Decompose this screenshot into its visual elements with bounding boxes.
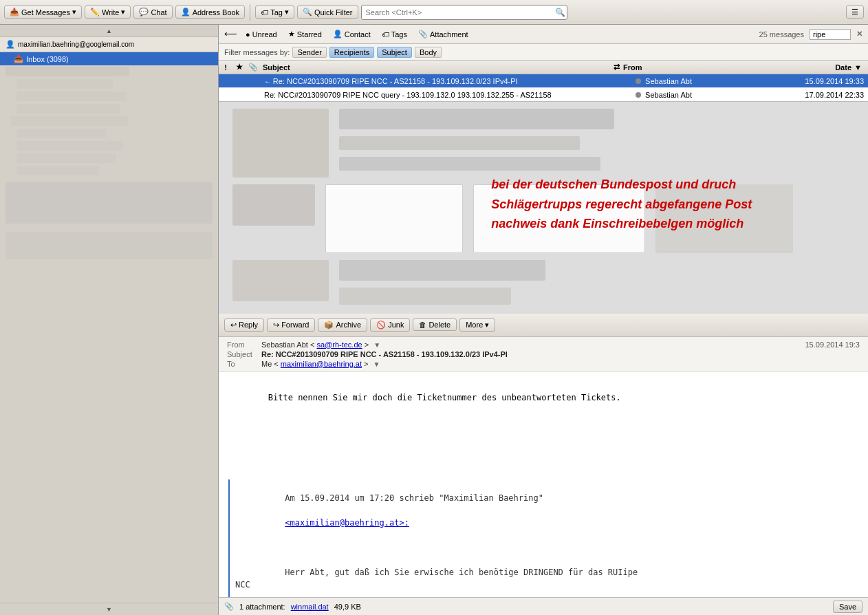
junk-button[interactable]: 🚫 Junk	[370, 319, 410, 332]
red-text-line2: Schlägertrupps regerecht abgefangene Pos…	[491, 195, 752, 215]
email-from-row: From Sebastian Abt < sa@rh-tec.de > ▼ 15…	[227, 340, 860, 349]
chat-button[interactable]: 💬 Chat	[133, 6, 172, 19]
sidebar-blur-9	[17, 166, 99, 175]
sidebar: ▲ 👤 maximilian.baehring@googlemail.com 📥…	[0, 25, 219, 615]
attachment-filesize: 49,9 KB	[334, 603, 361, 611]
col-mark: ★	[232, 63, 246, 72]
from-email-link[interactable]: sa@rh-tec.de	[316, 341, 362, 349]
sidebar-blur-7	[17, 141, 123, 151]
tags-icon: 🏷	[382, 30, 389, 39]
filter-by-sender-btn[interactable]: Sender	[292, 47, 326, 58]
sidebar-blur-3	[17, 91, 127, 101]
attachment-count: 1 attachment:	[239, 603, 285, 611]
sidebar-blur-5	[11, 116, 128, 126]
preview-pane: bei der deutschen Bundespost und druch S…	[219, 102, 868, 615]
tag-icon: 🏷	[261, 8, 268, 17]
sidebar-blur-6	[17, 129, 106, 138]
address-book-button[interactable]: 👤 Address Book	[175, 6, 245, 19]
col-flag: !	[219, 63, 232, 72]
write-icon: ✏️	[90, 8, 100, 17]
quick-filter-button[interactable]: 🔍 Quick Filter	[297, 6, 358, 19]
filter-back-icon[interactable]: ⟵	[224, 29, 237, 39]
sidebar-blur-1	[6, 67, 129, 76]
contact-icon: 👤	[333, 30, 343, 39]
from-expand-icon[interactable]: ▼	[373, 341, 380, 349]
sidebar-blur-2	[17, 79, 113, 89]
row-from-2: Sebastian Abt	[636, 91, 773, 99]
email-to-row: To Me < maximilian@baehring.at > ▼	[227, 359, 860, 369]
to-email-link[interactable]: maximilian@baehring.at	[281, 360, 362, 368]
col-subject-header[interactable]: Subject	[260, 63, 609, 72]
toolbar: 📥 Get Messages ▾ ✏️ Write ▾ 💬 Chat 👤 Add…	[0, 0, 868, 25]
email-body: Bitte nennen Sie mir doch die Ticketnumm…	[219, 372, 868, 598]
to-value: Me < maximilian@baehring.at > ▼	[261, 360, 380, 368]
write-dropdown-icon[interactable]: ▾	[121, 8, 125, 17]
blur-block-8	[339, 260, 545, 281]
email-date: 15.09.2014 19:3	[805, 341, 860, 349]
filter-by-subject-btn[interactable]: Subject	[377, 47, 412, 58]
content-area: ⟵ ● Unread ★ Starred 👤 Contact 🏷 Tags 📎 …	[219, 25, 868, 615]
tag-button[interactable]: 🏷 Tag ▾	[255, 6, 294, 19]
from-value: Sebastian Abt < sa@rh-tec.de > ▼	[261, 341, 380, 349]
more-button[interactable]: More ▾	[459, 319, 495, 332]
sidebar-blur-block-1	[6, 182, 213, 224]
sidebar-account[interactable]: 👤 maximilian.baehring@googlemail.com	[0, 37, 218, 52]
filter-starred-btn[interactable]: ★ Starred	[285, 29, 325, 39]
row-from-1: Sebastian Abt	[636, 77, 773, 85]
to-label: To	[227, 360, 261, 368]
attachment-filter-icon: 📎	[418, 30, 428, 39]
search-input[interactable]	[361, 5, 567, 20]
attachment-filename[interactable]: winmail.dat	[291, 603, 329, 611]
get-messages-button[interactable]: 📥 Get Messages ▾	[4, 6, 82, 19]
save-attachment-button[interactable]: Save	[833, 601, 862, 613]
search-box: 🔍	[361, 5, 841, 20]
col-from-header[interactable]: From	[623, 63, 761, 72]
sidebar-item-inbox[interactable]: 📥 Inbox (3098)	[0, 52, 218, 65]
filter-close-button[interactable]: ✕	[856, 30, 862, 39]
table-row[interactable]: Re: NCC#2013090709 RIPE NCC query - 193.…	[219, 88, 868, 102]
filter-by-body-btn[interactable]: Body	[415, 47, 442, 58]
col-sort-desc: ▼	[854, 63, 868, 72]
attachment-icon: 📎	[224, 602, 234, 611]
row-subject-2: Re: NCC#2013090709 RIPE NCC query - 193.…	[261, 91, 622, 99]
quote-email-link[interactable]: <maximilian@baehring.at>:	[285, 518, 409, 528]
row-avatar-1	[636, 78, 641, 84]
forward-button[interactable]: ↪ Forward	[267, 319, 315, 332]
toolbar-separator-1	[250, 4, 250, 21]
blur-block-1	[232, 109, 329, 177]
sidebar-scroll-up[interactable]: ▲	[0, 25, 218, 37]
delete-icon: 🗑	[419, 321, 426, 329]
col-attach: 📎	[246, 63, 260, 72]
archive-button[interactable]: 📦 Archive	[318, 319, 367, 332]
inbox-icon: 📥	[14, 54, 23, 63]
more-dropdown-icon: ▾	[485, 321, 489, 330]
address-book-icon: 👤	[181, 8, 191, 17]
reply-indicator-1: ←	[264, 78, 273, 85]
from-label: From	[227, 341, 261, 349]
quote-text-1: Herr Abt, gut daß ich Sie erwische ich b…	[235, 568, 638, 590]
table-row[interactable]: ← Re: NCC#2013090709 RIPE NCC - AS21158 …	[219, 74, 868, 88]
reply-button[interactable]: ↩ Reply	[224, 319, 264, 332]
chat-icon: 💬	[139, 8, 149, 17]
red-text-line1: bei der deutschen Bundespost und druch	[491, 175, 752, 195]
filter-tags-btn[interactable]: 🏷 Tags	[379, 30, 410, 39]
sidebar-scroll-down[interactable]: ▼	[0, 603, 218, 615]
filter-unread-btn[interactable]: ● Unread	[243, 30, 280, 39]
filter-attachment-btn[interactable]: 📎 Attachment	[415, 29, 471, 39]
filter-search-input[interactable]	[810, 29, 851, 40]
account-icon: 👤	[6, 40, 15, 49]
get-messages-dropdown-icon[interactable]: ▾	[72, 8, 76, 17]
blur-block-4	[339, 157, 600, 171]
to-expand-icon[interactable]: ▼	[373, 360, 380, 368]
col-date-header[interactable]: Date	[772, 63, 854, 72]
delete-button[interactable]: 🗑 Delete	[413, 319, 457, 331]
forward-icon: ↪	[273, 321, 279, 330]
search-icon[interactable]: 🔍	[555, 8, 565, 17]
filter-by-recipients-btn[interactable]: Recipients	[329, 47, 374, 58]
menu-button[interactable]: ☰	[846, 6, 864, 19]
message-count: 25 messages	[759, 30, 804, 39]
tag-dropdown-icon[interactable]: ▾	[285, 8, 289, 17]
filter-contact-btn[interactable]: 👤 Contact	[330, 29, 373, 39]
email-header: From Sebastian Abt < sa@rh-tec.de > ▼ 15…	[219, 337, 868, 372]
write-button[interactable]: ✏️ Write ▾	[85, 6, 131, 19]
